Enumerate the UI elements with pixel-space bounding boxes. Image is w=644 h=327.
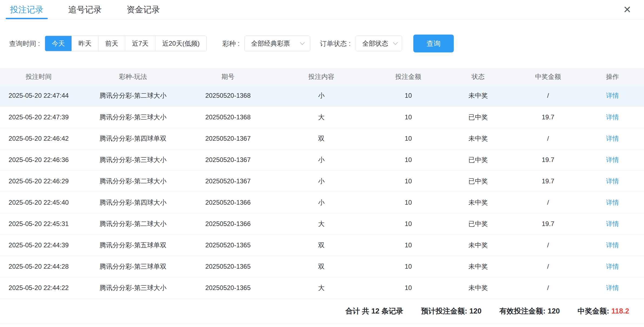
cell-amount: 10 <box>376 213 441 234</box>
chevron-down-icon <box>300 40 305 45</box>
cell-amount: 10 <box>376 128 441 149</box>
cell-status: 已中奖 <box>441 149 515 170</box>
cell-amount: 10 <box>376 170 441 192</box>
time-option-last-20-days[interactable]: 近20天(低频) <box>155 36 206 51</box>
cell-content: 小 <box>267 85 376 106</box>
tab-chase-records[interactable]: 追号记录 <box>68 0 102 19</box>
header-issue: 期号 <box>189 68 267 85</box>
header-action: 操作 <box>581 68 644 85</box>
tab-fund-records[interactable]: 资金记录 <box>127 0 160 19</box>
table-row: 2025-05-20 22:46:36 腾讯分分彩-第三球大小 20250520… <box>0 149 644 170</box>
summary-prize-amount: 中奖金额:118.2 <box>578 306 629 316</box>
cell-bet-time: 2025-05-20 22:44:39 <box>0 234 77 256</box>
filter-bar: 查询时间 : 今天 昨天 前天 近7天 近20天(低频) 彩种 : 全部经典彩票… <box>9 35 644 52</box>
cell-bet-time: 2025-05-20 22:46:36 <box>0 149 77 170</box>
summary-prize-value: 118.2 <box>611 307 629 315</box>
close-icon[interactable]: ✕ <box>623 5 631 15</box>
cell-status: 未中奖 <box>441 128 515 149</box>
cell-bet-time: 2025-05-20 22:45:40 <box>0 192 77 213</box>
tabbar: 投注记录 追号记录 资金记录 ✕ <box>0 0 644 19</box>
cell-game: 腾讯分分彩-第五球单双 <box>77 234 189 256</box>
cell-bet-time: 2025-05-20 22:44:28 <box>0 256 77 277</box>
table-row: 2025-05-20 22:47:39 腾讯分分彩-第三球大小 20250520… <box>0 106 644 128</box>
summary-total: 合计 共 12 条记录 <box>345 306 403 316</box>
order-status-select[interactable]: 全部状态 <box>356 36 402 51</box>
time-option-yesterday[interactable]: 昨天 <box>72 36 98 51</box>
cell-issue: 20250520-1367 <box>189 170 267 192</box>
cell-prize: 19.7 <box>515 149 581 170</box>
summary-valid-label: 有效投注金额: <box>499 307 546 315</box>
query-button[interactable]: 查询 <box>413 35 454 52</box>
cell-prize: 19.7 <box>515 106 581 128</box>
cell-status: 已中奖 <box>441 106 515 128</box>
detail-link[interactable]: 详情 <box>606 241 619 249</box>
cell-action: 详情 <box>581 85 644 106</box>
lottery-select-value: 全部经典彩票 <box>251 39 290 48</box>
table-row: 2025-05-20 22:45:31 腾讯分分彩-第二球大小 20250520… <box>0 213 644 234</box>
cell-amount: 10 <box>376 106 441 128</box>
summary-expected-amount: 预计投注金额:120 <box>421 306 482 316</box>
chevron-down-icon <box>393 40 398 45</box>
cell-bet-time: 2025-05-20 22:45:31 <box>0 213 77 234</box>
summary-expected-value: 120 <box>469 307 482 315</box>
cell-issue: 20250520-1365 <box>189 256 267 277</box>
time-range-group: 今天 昨天 前天 近7天 近20天(低频) <box>45 36 207 51</box>
summary-prize-label: 中奖金额: <box>578 307 609 315</box>
header-amount: 投注金额 <box>376 68 441 85</box>
table-row: 2025-05-20 22:45:40 腾讯分分彩-第四球大小 20250520… <box>0 192 644 213</box>
detail-link[interactable]: 详情 <box>606 156 619 163</box>
cell-bet-time: 2025-05-20 22:47:44 <box>0 85 77 106</box>
cell-bet-time: 2025-05-20 22:47:39 <box>0 106 77 128</box>
header-bet-time: 投注时间 <box>0 68 77 85</box>
table-header-row: 投注时间 彩种-玩法 期号 投注内容 投注金额 状态 中奖金额 操作 <box>0 68 644 85</box>
cell-issue: 20250520-1367 <box>189 149 267 170</box>
cell-prize: / <box>515 256 581 277</box>
cell-status: 未中奖 <box>441 234 515 256</box>
detail-link[interactable]: 详情 <box>606 113 619 121</box>
cell-issue: 20250520-1366 <box>189 192 267 213</box>
order-status-select-value: 全部状态 <box>362 39 388 48</box>
detail-link[interactable]: 详情 <box>606 220 619 227</box>
tab-bet-records[interactable]: 投注记录 <box>10 0 43 19</box>
cell-content: 大 <box>267 277 376 298</box>
cell-status: 未中奖 <box>441 256 515 277</box>
detail-link[interactable]: 详情 <box>606 92 619 99</box>
detail-link[interactable]: 详情 <box>606 284 619 291</box>
header-game: 彩种-玩法 <box>77 68 189 85</box>
lottery-select[interactable]: 全部经典彩票 <box>244 36 310 51</box>
cell-action: 详情 <box>581 277 644 298</box>
cell-bet-time: 2025-05-20 22:46:42 <box>0 128 77 149</box>
header-content: 投注内容 <box>267 68 376 85</box>
header-status: 状态 <box>441 68 515 85</box>
cell-content: 大 <box>267 106 376 128</box>
cell-prize: 19.7 <box>515 213 581 234</box>
detail-link[interactable]: 详情 <box>606 177 619 185</box>
summary-expected-label: 预计投注金额: <box>421 307 467 315</box>
cell-bet-time: 2025-05-20 22:44:22 <box>0 277 77 298</box>
time-option-today[interactable]: 今天 <box>45 36 72 51</box>
cell-game: 腾讯分分彩-第二球大小 <box>77 213 189 234</box>
cell-content: 双 <box>267 234 376 256</box>
header-prize: 中奖金额 <box>515 68 581 85</box>
summary-valid-amount: 有效投注金额:120 <box>499 306 560 316</box>
cell-content: 小 <box>267 192 376 213</box>
table-row: 2025-05-20 22:44:28 腾讯分分彩-第三球单双 20250520… <box>0 256 644 277</box>
table-row: 2025-05-20 22:46:42 腾讯分分彩-第四球单双 20250520… <box>0 128 644 149</box>
table-row: 2025-05-20 22:44:22 腾讯分分彩-第三球大小 20250520… <box>0 277 644 298</box>
time-option-last-7-days[interactable]: 近7天 <box>125 36 155 51</box>
lottery-filter-label: 彩种 : <box>222 39 240 48</box>
cell-action: 详情 <box>581 234 644 256</box>
detail-link[interactable]: 详情 <box>606 199 619 206</box>
cell-content: 大 <box>267 213 376 234</box>
detail-link[interactable]: 详情 <box>606 135 619 142</box>
detail-link[interactable]: 详情 <box>606 263 619 270</box>
table-row: 2025-05-20 22:44:39 腾讯分分彩-第五球单双 20250520… <box>0 234 644 256</box>
cell-action: 详情 <box>581 149 644 170</box>
cell-content: 小 <box>267 149 376 170</box>
cell-amount: 10 <box>376 149 441 170</box>
cell-action: 详情 <box>581 192 644 213</box>
table-row: 2025-05-20 22:47:44 腾讯分分彩-第二球大小 20250520… <box>0 85 644 106</box>
time-option-day-before[interactable]: 前天 <box>98 36 125 51</box>
summary-bar: 合计 共 12 条记录 预计投注金额:120 有效投注金额:120 中奖金额:1… <box>0 299 644 324</box>
cell-action: 详情 <box>581 213 644 234</box>
